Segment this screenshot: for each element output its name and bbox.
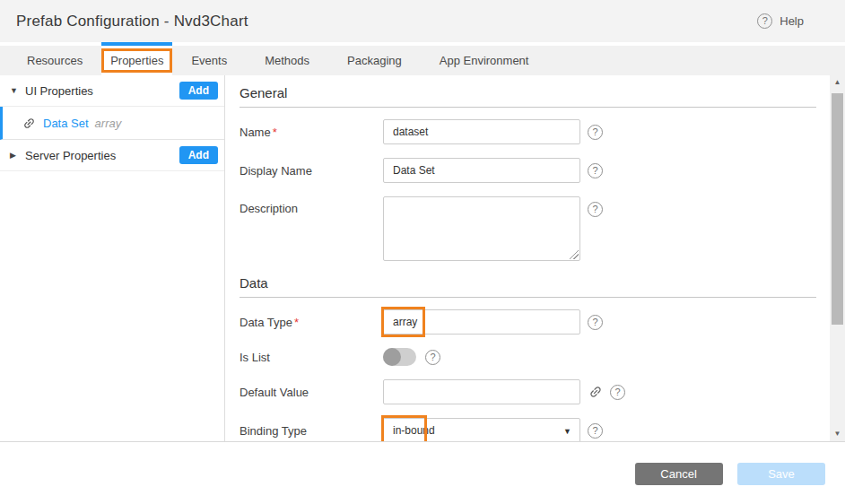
data-set-item-label: Data Set (43, 117, 89, 130)
sidebar-group-ui-properties[interactable]: ▼ UI Properties Add (0, 75, 224, 107)
data-set-item-type: array (95, 117, 122, 130)
section-data-title: Data (240, 275, 816, 298)
tab-label: Resources (27, 54, 83, 67)
scroll-up-icon[interactable]: ▲ (830, 75, 845, 90)
field-row-data-type: Data Type* array ? (240, 309, 830, 335)
binding-type-help-icon[interactable]: ? (588, 423, 603, 439)
tab-app-environment[interactable]: App Environment (421, 46, 548, 75)
section-general-title: General (240, 85, 816, 108)
default-value-input[interactable] (383, 379, 580, 404)
bind-link-icon[interactable] (586, 382, 606, 403)
scroll-down-icon[interactable]: ▼ (830, 427, 845, 441)
binding-type-select[interactable]: in-bound ▼ (383, 418, 580, 441)
tab-label: Methods (265, 54, 309, 67)
sidebar-group-server-properties[interactable]: ▶ Server Properties Add (0, 140, 224, 171)
tab-label: Events (191, 54, 227, 67)
properties-form: General Name* ? Display Name ? Descripti… (225, 75, 830, 441)
required-marker: * (294, 316, 299, 329)
data-type-input[interactable]: array (383, 309, 580, 335)
vertical-scrollbar[interactable]: ▲ ▼ (830, 75, 845, 441)
add-ui-property-button[interactable]: Add (179, 82, 218, 100)
chevron-collapsed-icon: ▶ (10, 151, 21, 160)
name-label: Name* (240, 126, 383, 139)
field-row-name: Name* ? (240, 119, 830, 144)
description-help-icon[interactable]: ? (588, 202, 603, 217)
field-row-binding-type: Binding Type in-bound ▼ ? (240, 418, 830, 441)
add-server-property-button[interactable]: Add (179, 146, 218, 164)
sidebar: ▼ UI Properties Add Data Set array ▶ Ser… (0, 75, 225, 441)
ui-properties-label: UI Properties (25, 84, 179, 98)
data-type-label: Data Type* (240, 316, 383, 329)
description-label: Description (240, 196, 383, 215)
footer: Cancel Save (0, 442, 845, 503)
chevron-down-icon: ▼ (563, 427, 571, 436)
default-value-label: Default Value (240, 386, 383, 399)
help-question-icon: ? (757, 13, 772, 29)
label-text: Data Type (240, 316, 292, 329)
binding-type-label: Binding Type (240, 424, 383, 438)
display-name-label: Display Name (240, 164, 383, 178)
field-row-default-value: Default Value ? (240, 379, 830, 404)
field-row-is-list: Is List ? (240, 348, 830, 366)
help-label: Help (780, 14, 804, 28)
name-help-icon[interactable]: ? (588, 125, 603, 140)
field-row-display-name: Display Name ? (240, 158, 830, 183)
data-type-help-icon[interactable]: ? (588, 315, 603, 330)
tab-properties[interactable]: Properties (101, 46, 172, 75)
is-list-help-icon[interactable]: ? (425, 350, 440, 365)
tab-resources[interactable]: Resources (8, 46, 101, 75)
name-input[interactable] (383, 119, 580, 144)
tab-packaging[interactable]: Packaging (328, 46, 421, 75)
display-name-help-icon[interactable]: ? (588, 163, 603, 178)
description-textarea[interactable] (383, 196, 580, 261)
sidebar-item-data-set[interactable]: Data Set array (0, 107, 224, 140)
prefab-configuration-dialog: Prefab Configuration - Nvd3Chart ? Help … (0, 0, 845, 504)
tab-label: Packaging (347, 54, 402, 67)
is-list-toggle[interactable] (383, 348, 416, 366)
required-marker: * (273, 126, 277, 139)
binding-type-value: in-bound (393, 424, 435, 437)
chevron-expanded-icon: ▼ (10, 86, 21, 95)
display-name-input[interactable] (383, 158, 580, 183)
scrollbar-thumb[interactable] (832, 93, 843, 325)
data-type-value: array (393, 316, 417, 328)
field-row-description: Description ? (240, 196, 830, 261)
save-button[interactable]: Save (737, 463, 825, 485)
is-list-label: Is List (240, 351, 383, 364)
toggle-knob (383, 348, 401, 366)
tab-bar: Resources Properties Events Methods Pack… (0, 42, 845, 75)
tab-events[interactable]: Events (172, 46, 246, 75)
header: Prefab Configuration - Nvd3Chart ? Help (0, 0, 845, 42)
default-value-help-icon[interactable]: ? (610, 385, 625, 400)
tab-label: Properties (110, 54, 163, 67)
label-text: Name (240, 126, 271, 139)
link-icon (20, 113, 39, 132)
cancel-button[interactable]: Cancel (635, 463, 723, 485)
page-title: Prefab Configuration - Nvd3Chart (16, 13, 248, 30)
annotation-box-properties: Properties (101, 48, 172, 73)
help-button[interactable]: ? Help (757, 13, 804, 29)
tab-label: App Environment (440, 54, 529, 67)
server-properties-label: Server Properties (25, 149, 179, 162)
tab-methods[interactable]: Methods (246, 46, 328, 75)
content-area: ▼ UI Properties Add Data Set array ▶ Ser… (0, 75, 845, 442)
